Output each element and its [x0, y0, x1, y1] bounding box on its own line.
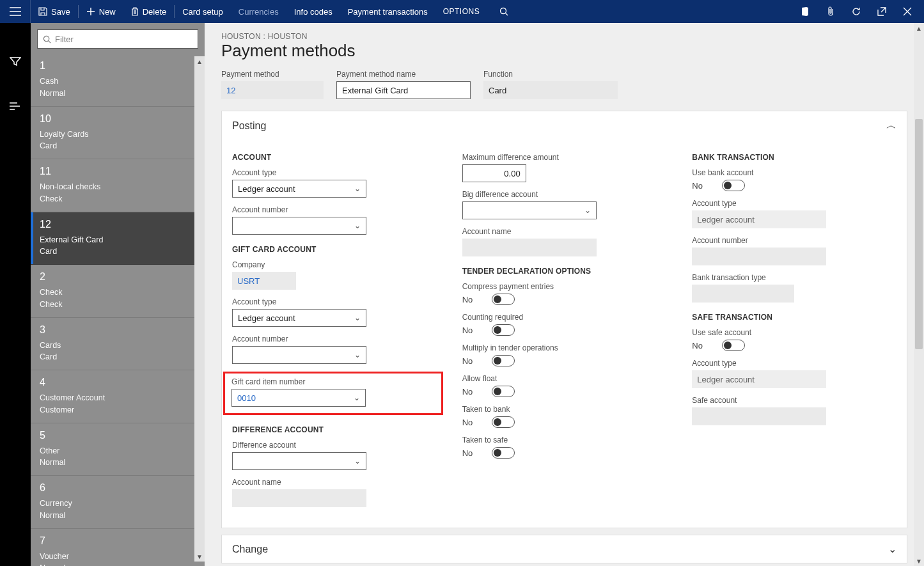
account-number-select[interactable]: ⌄ [232, 217, 366, 235]
multiply-toggle[interactable] [492, 355, 515, 366]
difference-section-header: DIFFERENCE ACCOUNT [232, 425, 437, 434]
payment-method-list: 1CashNormal10Loyalty CardsCard11Non-loca… [31, 54, 205, 566]
difference-account-select[interactable]: ⌄ [232, 452, 366, 470]
account-name-label: Account name [462, 227, 667, 236]
search-button[interactable] [492, 0, 515, 23]
taken-safe-toggle[interactable] [492, 447, 515, 459]
payment-transactions-button[interactable]: Payment transactions [340, 0, 435, 23]
scroll-down-icon[interactable]: ▼ [194, 551, 205, 562]
list-item[interactable]: 7VoucherNormal [31, 529, 205, 567]
change-panel-header[interactable]: Change ⌄ [222, 535, 907, 563]
scroll-up-icon[interactable]: ▲ [914, 23, 924, 33]
list-rail-icon[interactable] [0, 93, 31, 119]
filter-box[interactable] [37, 29, 198, 49]
account-type-select[interactable]: Ledger account⌄ [232, 180, 366, 198]
list-item[interactable]: 11Non-local checksCheck [31, 159, 205, 212]
compress-label: Compress payment entries [462, 282, 667, 291]
taken-bank-toggle[interactable] [492, 416, 515, 428]
gift-card-section-header: GIFT CARD ACCOUNT [232, 245, 437, 254]
bank-tx-type-value [692, 285, 794, 303]
compress-toggle[interactable] [492, 294, 515, 305]
list-item[interactable]: 1CashNormal [31, 54, 205, 107]
scroll-thumb[interactable] [915, 119, 923, 349]
use-safe-label: Use safe account [692, 328, 897, 337]
list-item-id: 4 [40, 377, 196, 388]
use-safe-toggle[interactable] [722, 340, 745, 351]
filter-rail-icon[interactable] [0, 49, 31, 74]
list-item-id: 11 [40, 166, 196, 177]
list-item-id: 5 [40, 430, 196, 441]
list-scrollbar[interactable]: ▲ ▼ [194, 56, 205, 562]
main-scrollbar[interactable]: ▲ ▼ [914, 23, 924, 566]
list-item[interactable]: 6CurrencyNormal [31, 476, 205, 529]
list-item[interactable]: 12External Gift CardCard [31, 212, 205, 265]
gift-account-type-select[interactable]: Ledger account⌄ [232, 309, 366, 327]
search-icon [43, 35, 51, 43]
allow-float-toggle[interactable] [492, 386, 515, 397]
multiply-value: No [462, 356, 473, 366]
scroll-down-icon[interactable]: ▼ [914, 556, 924, 566]
gift-account-number-select[interactable]: ⌄ [232, 346, 366, 364]
chevron-down-icon: ⌄ [584, 206, 591, 215]
fn-value[interactable]: Card [483, 81, 618, 99]
hamburger-menu[interactable] [0, 0, 31, 23]
attach-icon[interactable] [819, 0, 842, 23]
counting-toggle[interactable] [492, 324, 515, 336]
list-item-name: Cards [40, 340, 196, 352]
counting-label: Counting required [462, 313, 667, 322]
delete-button[interactable]: Delete [123, 0, 175, 23]
options-button[interactable]: OPTIONS [435, 0, 488, 23]
currencies-button[interactable]: Currencies [231, 0, 286, 23]
list-item-fn: Card [40, 351, 196, 363]
posting-panel-header[interactable]: Posting ︿ [222, 111, 907, 140]
refresh-icon[interactable] [845, 0, 868, 23]
pm-value[interactable]: 12 [221, 81, 324, 99]
safe-account-type-select: Ledger account [692, 370, 826, 388]
list-item-id: 7 [40, 535, 196, 547]
popout-icon[interactable] [870, 0, 893, 23]
list-item-name: External Gift Card [40, 234, 196, 246]
new-label: New [99, 7, 116, 17]
gift-item-select[interactable]: 0010⌄ [231, 389, 366, 407]
list-item-id: 12 [40, 219, 196, 230]
card-setup-button[interactable]: Card setup [175, 0, 231, 23]
max-diff-input[interactable]: 0.00 [462, 164, 526, 182]
list-item[interactable]: 10Loyalty CardsCard [31, 107, 205, 160]
list-item-fn: Normal [40, 562, 196, 566]
gift-account-number-label: Account number [232, 334, 437, 343]
save-button[interactable]: Save [31, 0, 78, 23]
plus-icon [86, 7, 95, 16]
save-icon [38, 7, 47, 16]
trash-icon [131, 7, 139, 16]
office-icon[interactable] [794, 0, 817, 23]
list-item[interactable]: 5OtherNormal [31, 423, 205, 476]
bank-tx-type-label: Bank transaction type [692, 273, 897, 282]
pmn-input[interactable]: External Gift Card [336, 81, 471, 99]
info-codes-button[interactable]: Info codes [286, 0, 340, 23]
list-item-fn: Check [40, 299, 196, 311]
chevron-down-icon: ⌄ [354, 184, 361, 193]
bank-account-type-label: Account type [692, 199, 897, 208]
use-bank-toggle[interactable] [722, 180, 745, 191]
list-item-fn: Normal [40, 457, 196, 469]
breadcrumb: HOUSTON : HOUSTON [205, 23, 924, 41]
scroll-up-icon[interactable]: ▲ [194, 56, 205, 67]
chevron-up-icon: ︿ [886, 119, 897, 132]
big-diff-select[interactable]: ⌄ [462, 201, 597, 219]
account-type-label: Account type [232, 168, 437, 177]
fn-label: Function [483, 70, 618, 79]
filter-input[interactable] [55, 35, 192, 44]
new-button[interactable]: New [79, 0, 123, 23]
hamburger-icon [10, 7, 21, 16]
close-icon[interactable] [896, 0, 919, 23]
chevron-down-icon: ⌄ [354, 221, 361, 230]
chevron-down-icon: ⌄ [354, 393, 360, 402]
counting-value: No [462, 326, 473, 335]
svg-point-1 [43, 36, 49, 41]
list-item[interactable]: 2CheckCheck [31, 265, 205, 318]
company-value[interactable]: USRT [232, 272, 296, 290]
list-item-fn: Normal [40, 88, 196, 100]
list-item-fn: Card [40, 140, 196, 152]
list-item[interactable]: 4Customer AccountCustomer [31, 370, 205, 423]
list-item[interactable]: 3CardsCard [31, 318, 205, 371]
